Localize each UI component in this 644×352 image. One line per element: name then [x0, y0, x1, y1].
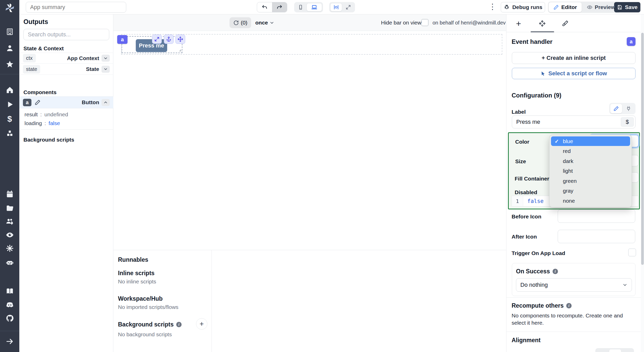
resize-handle-icon[interactable] — [177, 47, 182, 52]
connect-mode-plug-icon[interactable] — [623, 104, 634, 113]
on-success-box: On Success i Do nothing — [512, 263, 635, 296]
dropdown-option[interactable]: ✓ green — [551, 176, 630, 186]
components-title: Components — [23, 89, 56, 95]
dropdown-option[interactable]: ✓ dark — [551, 156, 630, 166]
active-tab-underline — [531, 31, 554, 32]
mobile-view-icon[interactable] — [295, 3, 306, 11]
insert-component-tab[interactable]: + — [513, 18, 524, 29]
static-mode-pencil-icon[interactable] — [610, 104, 622, 113]
loading-colon: : — [45, 120, 46, 126]
dropdown-option-label: light — [563, 168, 573, 174]
outputs-title: Outputs — [23, 18, 48, 26]
expand-component-icon[interactable] — [152, 35, 162, 44]
docs-book-icon[interactable] — [6, 287, 14, 295]
dropdown-option[interactable]: ✓ blue — [551, 136, 630, 146]
trigger-on-app-load-checkbox[interactable] — [628, 249, 636, 256]
dropdown-option[interactable]: ✓ none — [551, 196, 630, 206]
discord-icon[interactable] — [6, 301, 14, 309]
edit-id-pencil-icon[interactable] — [35, 99, 41, 105]
runs-play-icon[interactable] — [6, 100, 14, 109]
dropdown-option-label: red — [563, 148, 571, 154]
more-menu-icon[interactable]: ⋮ — [489, 3, 496, 11]
after-icon-input[interactable] — [558, 230, 635, 243]
configuration-title: Configuration (9) — [512, 92, 561, 99]
move-component-icon[interactable] — [175, 35, 185, 44]
variables-dollar-icon[interactable]: $ — [6, 115, 14, 123]
workspace-building-icon[interactable] — [6, 28, 14, 36]
settings-gear-icon[interactable] — [6, 244, 14, 252]
state-expand-chevron-icon[interactable] — [101, 66, 110, 73]
fullscreen-icon[interactable] — [343, 3, 354, 11]
editor-preview-toggle: Editor Preview — [548, 2, 621, 13]
recompute-info-icon[interactable]: i — [566, 303, 572, 308]
select-script-button[interactable]: Select a script or flow — [512, 68, 635, 79]
ctx-expand-chevron-icon[interactable] — [101, 55, 110, 62]
hide-bar-label: Hide bar on view — [381, 14, 421, 31]
component-id-badge-canvas: a — [117, 35, 128, 44]
refresh-count-button[interactable]: (0) — [230, 17, 251, 28]
ctx-type-label: App Context — [67, 55, 99, 61]
component-row-button[interactable]: a Button — [19, 96, 113, 108]
event-handler-title: Event handler — [512, 38, 553, 45]
undo-button[interactable] — [257, 2, 272, 12]
folders-icon[interactable] — [6, 204, 14, 212]
output-row-state[interactable]: state State — [19, 64, 113, 75]
runnables-panel: Runnables Inline scripts No inline scrip… — [113, 250, 506, 352]
runnables-title: Runnables — [118, 256, 148, 263]
canvas-button-component[interactable]: Press me — [136, 39, 167, 52]
app-summary-input[interactable] — [26, 2, 126, 13]
background-scripts-empty: No background scripts — [118, 331, 172, 338]
component-settings-tab[interactable] — [537, 18, 548, 29]
recompute-divider — [506, 297, 641, 298]
component-collapse-chevron-icon[interactable] — [101, 99, 110, 106]
scrollbar-thumb[interactable] — [641, 33, 644, 265]
styling-tab[interactable] — [560, 18, 571, 29]
hide-bar-checkbox[interactable] — [421, 19, 428, 26]
windmill-logo-icon[interactable] — [4, 3, 16, 13]
on-success-select[interactable]: Do nothing — [516, 278, 632, 292]
desktop-view-icon[interactable] — [307, 3, 322, 11]
ctx-key-badge: ctx — [23, 54, 36, 62]
groups-users-icon[interactable] — [6, 217, 14, 226]
state-type-label: State — [86, 66, 99, 72]
disabled-field-label: Disabled — [515, 189, 537, 195]
add-background-script-button[interactable]: + — [196, 318, 207, 330]
alignment-control-partial[interactable] — [595, 348, 634, 352]
on-success-info-icon[interactable]: i — [553, 269, 558, 274]
search-outputs-input[interactable] — [23, 29, 109, 40]
before-icon-field — [558, 209, 635, 223]
favorites-star-icon[interactable] — [6, 60, 14, 68]
refresh-mode-dropdown[interactable]: once — [255, 14, 274, 31]
output-row-ctx[interactable]: ctx App Context — [19, 53, 113, 64]
github-icon[interactable] — [6, 314, 14, 322]
background-scripts-info-icon[interactable]: i — [176, 322, 182, 327]
dropdown-option[interactable]: ✓ light — [551, 166, 630, 176]
dropdown-option-label: none — [563, 198, 575, 204]
inline-scripts-title: Inline scripts — [118, 270, 155, 277]
debug-runs-button[interactable]: Debug runs — [501, 2, 545, 12]
bug-icon — [504, 4, 510, 10]
audit-eye-icon[interactable] — [6, 231, 14, 239]
home-icon[interactable] — [6, 86, 14, 94]
redo-button[interactable] — [272, 2, 287, 12]
dropdown-option[interactable]: ✓ red — [551, 146, 630, 156]
debug-runs-label: Debug runs — [512, 4, 543, 10]
anchor-component-icon[interactable] — [164, 35, 174, 44]
ai-robot-icon[interactable] — [6, 258, 14, 267]
right-panel-scrollbar[interactable] — [641, 14, 644, 352]
before-icon-input[interactable] — [558, 210, 635, 223]
label-template-dollar-button[interactable]: $ — [621, 117, 634, 127]
user-icon[interactable] — [6, 44, 14, 52]
dropdown-option[interactable]: ✓ gray — [551, 186, 630, 196]
resources-cubes-icon[interactable] — [6, 129, 14, 137]
center-canvas-icon[interactable] — [330, 3, 342, 11]
save-button[interactable]: Save — [614, 2, 640, 12]
schedules-calendar-icon[interactable] — [6, 190, 14, 198]
result-kv[interactable]: result : undefined — [24, 111, 68, 118]
loading-kv[interactable]: loading : false — [24, 120, 60, 126]
label-input[interactable] — [512, 116, 635, 128]
expand-sidebar-arrow-icon[interactable] — [6, 337, 14, 346]
component-type-label: Button — [82, 99, 99, 105]
create-inline-script-button[interactable]: + Create an inline script — [512, 52, 635, 64]
tab-editor[interactable]: Editor — [549, 2, 582, 12]
